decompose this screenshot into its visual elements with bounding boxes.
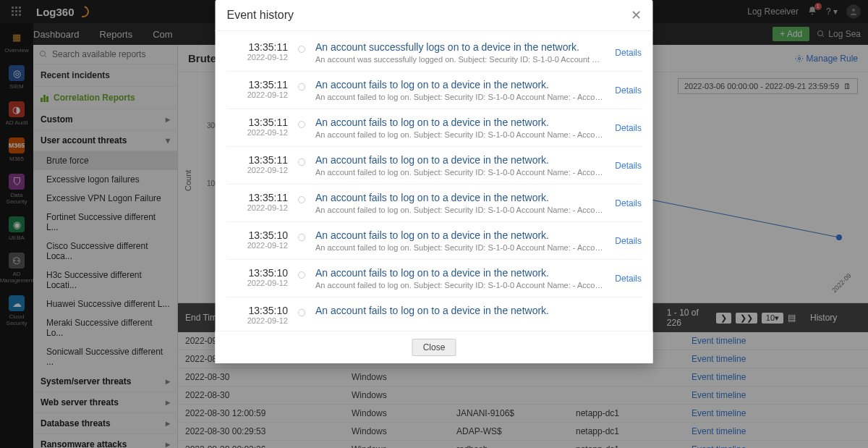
details-link[interactable]: Details [615, 236, 642, 246]
event-desc: An account failed to log on. Subject: Se… [315, 93, 605, 101]
timeline-dot-icon [298, 41, 305, 64]
timeline-dot-icon [298, 192, 305, 214]
event-body: An account successfully logs on to a dev… [315, 41, 605, 64]
modal-footer: Close [216, 331, 653, 363]
timeline-dot-icon [298, 267, 305, 289]
event-time: 13:35:112022-09-12 [227, 192, 288, 214]
event-time: 13:35:112022-09-12 [227, 154, 288, 177]
event-body: An account fails to log on to a device i… [315, 229, 605, 252]
details-link[interactable]: Details [615, 161, 642, 171]
event-body: An account fails to log on to a device i… [315, 267, 605, 289]
details-link[interactable]: Details [615, 198, 642, 208]
event-row: 13:35:112022-09-12 An account fails to l… [227, 185, 642, 222]
details-link[interactable]: Details [615, 123, 642, 133]
event-time: 13:35:102022-09-12 [227, 267, 288, 289]
event-body: An account fails to log on to a device i… [315, 79, 605, 101]
timeline-dot-icon [298, 117, 305, 139]
modal-header: Event history ✕ [216, 0, 653, 31]
event-time: 13:35:112022-09-12 [227, 117, 288, 139]
event-row: 13:35:102022-09-12 An account fails to l… [227, 260, 642, 297]
event-desc: An account failed to log on. Subject: Se… [315, 281, 605, 289]
event-body: An account fails to log on to a device i… [315, 154, 605, 177]
event-title: An account fails to log on to a device i… [315, 154, 605, 166]
event-title: An account fails to log on to a device i… [315, 267, 605, 279]
timeline-dot-icon [298, 305, 305, 325]
event-title: An account fails to log on to a device i… [315, 229, 605, 241]
timeline-dot-icon [298, 154, 305, 177]
event-row: 13:35:112022-09-12 An account successful… [227, 34, 642, 72]
event-row: 13:35:112022-09-12 An account fails to l… [227, 72, 642, 109]
event-desc: An account failed to log on. Subject: Se… [315, 130, 605, 139]
event-row: 13:35:112022-09-12 An account fails to l… [227, 109, 642, 147]
event-desc: An account failed to log on. Subject: Se… [315, 206, 605, 214]
event-title: An account fails to log on to a device i… [315, 117, 605, 128]
details-link[interactable]: Details [615, 85, 642, 96]
event-row: 13:35:102022-09-12 An account fails to l… [227, 222, 642, 260]
event-title: An account successfully logs on to a dev… [315, 41, 605, 53]
event-row: 13:35:102022-09-12 An account fails to l… [227, 297, 642, 331]
close-button[interactable]: Close [412, 339, 456, 356]
event-title: An account fails to log on to a device i… [315, 79, 605, 90]
modal-body: 13:35:112022-09-12 An account successful… [216, 31, 653, 331]
modal-title: Event history [227, 9, 294, 22]
event-body: An account fails to log on to a device i… [315, 305, 642, 325]
event-time: 13:35:102022-09-12 [227, 229, 288, 252]
timeline-dot-icon [298, 79, 305, 101]
event-history-modal: Event history ✕ 13:35:112022-09-12 An ac… [216, 0, 653, 363]
timeline-dot-icon [298, 229, 305, 252]
event-row: 13:35:112022-09-12 An account fails to l… [227, 147, 642, 185]
event-time: 13:35:112022-09-12 [227, 79, 288, 101]
event-desc: An account failed to log on. Subject: Se… [315, 243, 605, 252]
close-icon[interactable]: ✕ [631, 7, 642, 23]
event-desc: An account was successfully logged on. S… [315, 55, 605, 64]
event-title: An account fails to log on to a device i… [315, 305, 642, 316]
details-link[interactable]: Details [615, 48, 642, 58]
event-desc: An account failed to log on. Subject: Se… [315, 168, 605, 177]
event-body: An account fails to log on to a device i… [315, 192, 605, 214]
event-time: 13:35:112022-09-12 [227, 41, 288, 64]
details-link[interactable]: Details [615, 274, 642, 284]
event-body: An account fails to log on to a device i… [315, 117, 605, 139]
event-time: 13:35:102022-09-12 [227, 305, 288, 325]
event-title: An account fails to log on to a device i… [315, 192, 605, 203]
